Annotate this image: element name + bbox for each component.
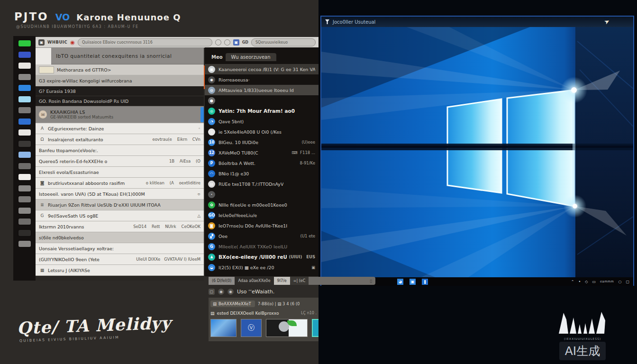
menu-item[interactable]: 10 BIGeu. 10 IIUDi0e (U)eee (205, 137, 318, 147)
menu-tab-more[interactable]: Wu aseorzuvean (226, 53, 276, 61)
list-row[interactable]: ≣ Riuarjun 9Zon Rittval UeSUb DʼeXXI UIU… (36, 200, 204, 210)
thumbnail-photo[interactable] (210, 319, 237, 337)
rail-tile-icon[interactable] (18, 196, 31, 202)
menu-item[interactable]: ◙ IeO7rnse)u D0e AvIUIIe-TKee1I (205, 220, 318, 231)
rail-tile-icon[interactable] (18, 208, 31, 214)
tray-notification-icon[interactable]: ▢ (626, 280, 629, 284)
list-row[interactable]: Banfeu ttopamon(eVoo/e:. (36, 145, 204, 156)
app-icon[interactable]: ▣ (38, 39, 45, 46)
menu-item[interactable]: ◒ I(2(5) EX(I) ▦ eXe ee /20 ▣ (205, 262, 318, 273)
tray-battery-icon[interactable]: ▭ (592, 280, 596, 284)
taskbar-app-icon[interactable]: ❚ (422, 279, 428, 285)
search-input[interactable]: SQeruuuvieikeuo (251, 38, 316, 46)
menu-item-icon: G (208, 243, 215, 250)
shield-icon[interactable]: ◉ (70, 40, 75, 45)
rail-tile-icon[interactable] (18, 152, 31, 158)
menu-item[interactable]: · (205, 189, 318, 200)
rail-tile-icon[interactable] (18, 185, 31, 191)
rail-tile-icon[interactable] (18, 163, 31, 169)
strip-segment[interactable]: Adaa a0aeXXe0e (235, 277, 273, 285)
rail-tile-icon[interactable] (18, 230, 31, 236)
rail-tile-icon[interactable] (18, 218, 31, 225)
menu-item[interactable]: 12 XAVeMeO TU80(C ⌨ F118 ... (205, 147, 318, 158)
taskbar-clock[interactable]: eammm (600, 280, 614, 283)
menu-item[interactable]: ♟ BXo(ee-eileey /UII00 reUII (UIUI) EUS (205, 252, 318, 262)
rail-tile-icon[interactable] (18, 141, 31, 147)
list-row[interactable]: Uonsaie Verssetiaellagxy xoltrae: (36, 243, 204, 254)
rail-tile-icon[interactable] (18, 40, 31, 46)
strip-segment[interactable]: 9I7/e (274, 277, 290, 285)
menu-item[interactable]: ◠ BNio I1@ e30 (205, 168, 318, 179)
record-icon[interactable]: ◉ (218, 289, 224, 295)
list-row[interactable]: Methoranza ed GTTRO> (36, 64, 204, 75)
list-row[interactable]: ▦ Letssru J (AIKIYASe (36, 265, 204, 276)
strip-segment[interactable]: ▯ (309, 277, 375, 285)
list-row[interactable]: G 9e(ISaveSath US og8E △ (36, 210, 204, 221)
menu-item-label: RUEe txe1T08 T./:ITTODnAyV (218, 182, 283, 187)
list-row[interactable]: Quereo5 reterin-Ed-feXXEHe o 1B AiEsa (O (36, 156, 204, 167)
menu-item[interactable]: ✿ NIIIe fi(eeUe e m00ee01Keee0 (205, 200, 318, 210)
windows-desktop[interactable] (321, 27, 633, 277)
camera-icon[interactable]: ◉ (228, 289, 234, 295)
list-row[interactable]: G? Eurasia 1938 (36, 86, 204, 96)
rail-tile-icon[interactable] (18, 174, 31, 180)
menu-item-label: AMtauviea 1/833)ueeue Itoeeu Id (218, 88, 294, 93)
system-tray: ⌃ • ◇ ▭ eammm ○ ▢ (571, 280, 629, 284)
list-row[interactable]: A GEguriexxenvrte: Dainze ◦ (36, 123, 204, 134)
menu-item[interactable]: P Bóoltrba A Wett. 8-91/Ke (205, 158, 318, 168)
gd-button[interactable]: GD (242, 40, 248, 45)
taskbar-app-icon[interactable]: ◕ (397, 279, 403, 285)
list-row[interactable]: Elxresli evola/Essasturinae (36, 167, 204, 178)
list-row[interactable]: G3 expire-wVillac Kongoligi wilfurcobran… (36, 75, 204, 86)
thumbnail-shield[interactable]: Ⓥ (241, 319, 262, 337)
list-row[interactable]: ◙ brutlriuvtxxanal abboorsto rasifim o k… (36, 178, 204, 189)
menu-item[interactable]: GO IeUe0eIYeeeLiu/e (205, 210, 318, 220)
preview-tab[interactable]: ▤ BeAXXAMeXXeT (210, 300, 255, 307)
toolbar-menu-label[interactable]: WHBUIC (47, 40, 67, 45)
extension-icon[interactable]: ▣ (233, 39, 239, 46)
menu-item-icon: P (208, 160, 215, 167)
menu-item[interactable]: ◍ AMtauviea 1/833)ueeue Itoeeu Id (205, 85, 318, 95)
list-row[interactable]: KXAAIKGHIA LS GE-WAIKEEIB sorted Matuumi… (36, 106, 204, 123)
list-row[interactable]: (GUIYYNIKOeIIO 9een (Yete UIeUI DIXXe GV… (36, 254, 204, 265)
menu-item[interactable]: ● (205, 95, 318, 106)
rail-tile-icon[interactable] (18, 241, 31, 247)
rail-tile-icon[interactable] (18, 85, 31, 91)
rail-tile-icon[interactable] (18, 118, 31, 125)
strip-segment[interactable]: (6 D(feI(0) (209, 277, 235, 285)
list-row[interactable]: Istoeeeil. varon UVA) (5D at TKoua) EH(1… (36, 189, 204, 200)
menu-item[interactable]: ▣ Kaanueeeroi cecoa /B)1 (V: G ee 31 Ken… (205, 64, 318, 74)
reload-icon[interactable] (215, 39, 221, 46)
list-row[interactable]: Ω Insalrajenst extalturanto eovtrau(e Ei… (36, 134, 204, 145)
history-icon[interactable] (224, 39, 230, 46)
rail-tile-icon[interactable] (18, 129, 31, 136)
list-row[interactable]: GO. Rosin Bandana DowusoloidP Rs UID (36, 96, 204, 106)
menu-tab-meo[interactable]: Meo (211, 55, 223, 60)
rail-tile-icon[interactable] (18, 96, 31, 102)
tray-up-arrow-icon[interactable]: ⌃ (571, 280, 574, 284)
tray-dot-icon[interactable]: • (579, 280, 581, 284)
menu-item-icon: ✿ (208, 201, 215, 209)
menu-item[interactable]: ▞ Oee (U1 ete (205, 231, 318, 241)
menu-item[interactable]: ◉ Riorreaeeusa· (205, 74, 318, 85)
list-row[interactable]: s(6ile nd0bkelvedso (36, 232, 204, 243)
menu-item[interactable]: ◎ Yatin: 7th Mour Afram! ao0 (205, 106, 318, 116)
menu-item[interactable]: G MIIeeI(e( AeIUIIX TXKeO IeeILU (205, 241, 318, 252)
rail-tile-icon[interactable] (18, 107, 31, 113)
tray-circle-icon[interactable]: ○ (618, 280, 621, 284)
list-row[interactable]: Iktsrmn 2010rvanns SeD14 Rett NUIrk CeOK… (36, 221, 204, 232)
thumbnail-collage[interactable] (266, 319, 308, 337)
window-titlebar[interactable]: Joco0Iler Usuteual ➤ (321, 17, 633, 27)
taskbar-app-icon[interactable]: ▣ (410, 279, 416, 285)
menu-item[interactable]: ▯ ie 5XeIe4IeA008 U Oi0 (/Kes (205, 127, 318, 137)
window-icon[interactable]: ▢ (209, 289, 215, 295)
rail-tile-icon[interactable] (18, 63, 31, 69)
windows-window: Joco0Iler Usuteual ➤ (320, 16, 634, 286)
address-bar[interactable]: Quiisaioce EBaiov cuocnnnsous 3116 (78, 38, 212, 46)
rail-tile-icon[interactable] (18, 74, 31, 80)
menu-item[interactable]: ▤ RUEe txe1T08 T./:ITTODnAyV (205, 179, 318, 189)
strip-segment[interactable]: =| (eC (290, 277, 309, 285)
tray-drop-icon[interactable]: ◇ (585, 280, 588, 284)
rail-tile-icon[interactable] (18, 52, 31, 58)
menu-item[interactable]: ◔ Qave 5bnt) (205, 116, 318, 127)
